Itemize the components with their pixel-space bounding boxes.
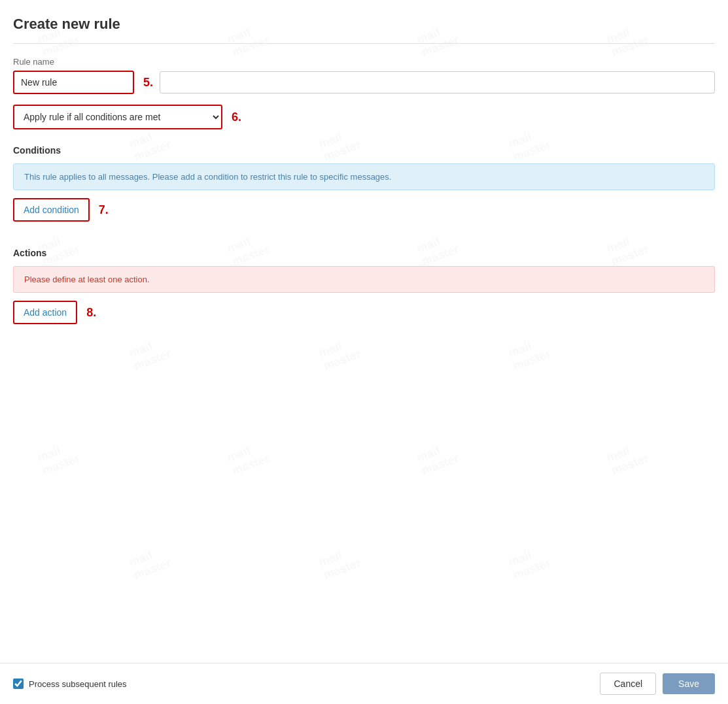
apply-rule-select[interactable]: Apply rule if all conditions are met App… — [13, 105, 222, 129]
page-title: Create new rule — [13, 16, 715, 33]
footer-right: Cancel Save — [600, 673, 715, 695]
main-content: Create new rule Rule name 5. Apply rule … — [0, 0, 728, 663]
page-wrapper: mailmaster mailmaster mailmaster mailmas… — [0, 0, 728, 704]
rule-name-label: Rule name — [13, 57, 715, 67]
annotation-8: 8. — [86, 306, 96, 320]
actions-error-banner: Please define at least one action. — [13, 266, 715, 293]
add-action-box[interactable]: Add action — [13, 301, 77, 324]
annotation-6: 6. — [232, 110, 241, 124]
add-condition-box[interactable]: Add condition — [13, 198, 90, 222]
add-action-link: Add action — [24, 307, 67, 318]
footer: Process subsequent rules Cancel Save — [0, 663, 728, 704]
actions-section: Actions Please define at least one actio… — [13, 248, 715, 337]
rule-name-full-input[interactable] — [160, 71, 715, 93]
actions-heading: Actions — [13, 248, 715, 258]
cancel-button[interactable]: Cancel — [600, 673, 656, 695]
process-subsequent-checkbox[interactable] — [13, 679, 24, 689]
conditions-heading: Conditions — [13, 145, 715, 156]
rule-name-row: 5. — [13, 71, 715, 94]
add-action-row: Add action 8. — [13, 301, 715, 324]
conditions-section: Conditions This rule applies to all mess… — [13, 145, 715, 235]
divider — [13, 43, 715, 44]
conditions-info-banner: This rule applies to all messages. Pleas… — [13, 163, 715, 190]
process-subsequent-label: Process subsequent rules — [29, 679, 127, 689]
rule-name-input[interactable] — [13, 71, 134, 94]
annotation-7: 7. — [99, 203, 109, 217]
add-condition-link: Add condition — [24, 205, 79, 215]
content-spacer — [13, 350, 715, 663]
apply-rule-row: Apply rule if all conditions are met App… — [13, 105, 715, 129]
add-condition-row: Add condition 7. — [13, 198, 715, 222]
footer-left: Process subsequent rules — [13, 679, 127, 689]
annotation-5: 5. — [143, 76, 153, 90]
save-button[interactable]: Save — [663, 673, 715, 694]
